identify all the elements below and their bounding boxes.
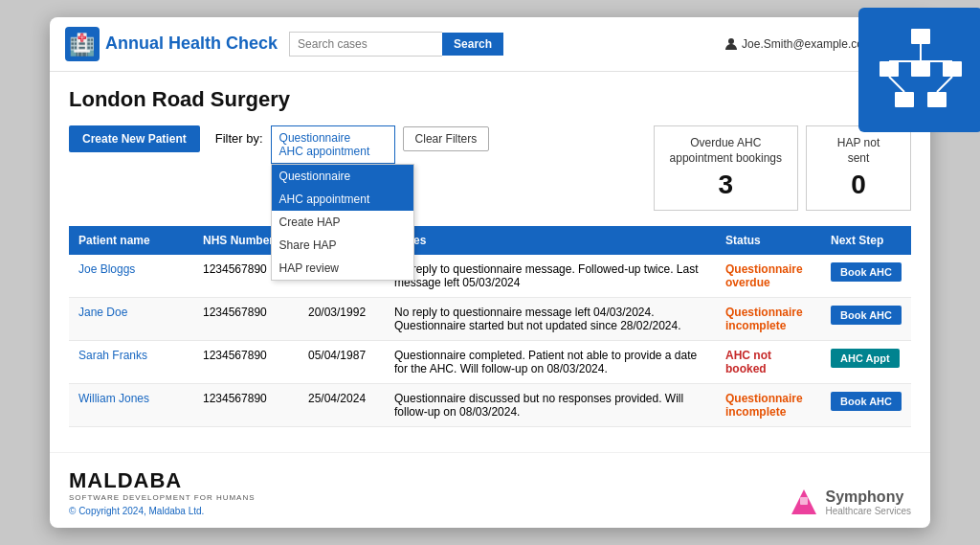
svg-rect-2: [911, 61, 930, 77]
filter-dropdown[interactable]: Questionnaire AHC appointment Questionna…: [271, 125, 395, 164]
user-email: Joe.Smith@example.com: [742, 37, 873, 51]
status-cell: AHC not booked: [716, 341, 821, 384]
symphony-text: Symphony Healthcare Services: [826, 488, 911, 516]
stat-hap-value: 0: [822, 170, 895, 200]
action-button[interactable]: AHC Appt: [831, 349, 900, 368]
filter-area: Filter by: Questionnaire AHC appointment…: [215, 125, 490, 164]
patient-link[interactable]: Sarah Franks: [78, 349, 147, 362]
filter-label: Filter by:: [215, 125, 263, 146]
create-patient-button[interactable]: Create New Patient: [69, 125, 200, 152]
table-header-row: Patient name NHS Number DofB Notes Statu…: [69, 226, 911, 255]
status-badge: AHC not booked: [725, 349, 771, 375]
nhs-number-cell: 1234567890: [193, 298, 299, 341]
stats-area: Overdue AHCappointment bookings 3 HAP no…: [654, 125, 911, 211]
action-cell: Book AHC: [821, 255, 911, 298]
dob-cell: 25/04/2024: [299, 384, 385, 427]
nhs-number-cell: 1234567890: [193, 341, 299, 384]
stat-card-overdue: Overdue AHCappointment bookings 3: [654, 125, 798, 211]
table-row: William Jones 1234567890 25/04/2024 Ques…: [69, 384, 911, 427]
symphony-name: Symphony: [826, 488, 911, 506]
svg-point-13: [728, 38, 734, 44]
notes-cell: Questionnaire discussed but no responses…: [385, 384, 716, 427]
symphony-icon: [790, 488, 818, 516]
patient-link[interactable]: Joe Bloggs: [78, 262, 135, 276]
app-header: 🏥 Annual Health Check Search Joe.Smith@e…: [50, 17, 930, 72]
notes-cell: No reply to questionnaire message. Follo…: [385, 255, 716, 298]
logo-icon: 🏥: [65, 27, 100, 61]
stat-hap-label: HAP notsent: [822, 136, 895, 166]
patient-name-cell: Jane Doe: [69, 298, 193, 341]
svg-rect-15: [800, 497, 808, 505]
stat-card-hap: HAP notsent 0: [806, 125, 911, 211]
action-button[interactable]: Book AHC: [831, 262, 902, 282]
patient-name-cell: William Jones: [69, 384, 193, 427]
maldaba-logo: MALDABA: [69, 468, 256, 493]
patient-name-cell: Sarah Franks: [69, 341, 193, 384]
app-title: Annual Health Check: [105, 34, 278, 54]
svg-line-10: [937, 77, 952, 92]
status-cell: Questionnaire incomplete: [716, 384, 821, 427]
table-row: Sarah Franks 1234567890 05/04/1987 Quest…: [69, 341, 911, 384]
stat-overdue-value: 3: [670, 170, 782, 200]
filter-option-create-hap[interactable]: Create HAP: [272, 211, 413, 234]
logo-area: 🏥 Annual Health Check: [65, 27, 278, 61]
nhs-number-cell: 1234567890: [193, 384, 299, 427]
page-title: London Road Surgery: [69, 87, 911, 112]
toolbar-row: Create New Patient Filter by: Questionna…: [69, 125, 911, 211]
svg-text:🏥: 🏥: [69, 32, 96, 57]
stat-overdue-label: Overdue AHCappointment bookings: [670, 136, 782, 166]
status-badge: Questionnaire overdue: [725, 262, 803, 289]
status-cell: Questionnaire incomplete: [716, 298, 821, 341]
status-badge: Questionnaire incomplete: [725, 392, 803, 419]
patients-table: Patient name NHS Number DofB Notes Statu…: [69, 226, 911, 427]
filter-option-ahc[interactable]: AHC appointment: [272, 188, 413, 211]
col-header-status: Status: [716, 226, 821, 255]
dob-cell: 05/04/1987: [299, 341, 385, 384]
footer: MALDABA SOFTWARE DEVELOPMENT FOR HUMANS …: [50, 452, 930, 528]
filter-dropdown-menu: Questionnaire AHC appointment Create HAP…: [271, 164, 414, 281]
clear-filters-button[interactable]: Clear Filters: [403, 126, 490, 151]
notes-cell: No reply to questionnaire message left 0…: [385, 298, 716, 341]
col-header-nextstep: Next Step: [821, 226, 911, 255]
notes-cell: Questionnaire completed. Patient not abl…: [385, 341, 716, 384]
dob-cell: 20/03/1992: [299, 298, 385, 341]
table-row: Joe Bloggs 1234567890 10/03/1978 No repl…: [69, 255, 911, 298]
patient-name-cell: Joe Bloggs: [69, 255, 193, 298]
action-cell: Book AHC: [821, 384, 911, 427]
action-button[interactable]: Book AHC: [831, 392, 902, 411]
action-cell: AHC Appt: [821, 341, 911, 384]
user-icon: [724, 37, 738, 51]
search-button[interactable]: Search: [442, 33, 503, 56]
filter-option-share-hap[interactable]: Share HAP: [272, 234, 413, 257]
symphony-area: Symphony Healthcare Services: [790, 488, 911, 516]
action-button[interactable]: Book AHC: [831, 306, 902, 325]
patient-link[interactable]: Jane Doe: [78, 306, 127, 319]
filter-dropdown-selected[interactable]: Questionnaire AHC appointment: [271, 125, 395, 164]
footer-brand: MALDABA SOFTWARE DEVELOPMENT FOR HUMANS …: [69, 468, 256, 516]
symphony-sub: Healthcare Services: [826, 506, 911, 516]
col-header-patient: Patient name: [69, 226, 193, 255]
decorative-diagram: [858, 8, 980, 132]
filter-option-hap-review[interactable]: HAP review: [272, 257, 413, 280]
search-input[interactable]: [289, 32, 442, 57]
svg-line-9: [889, 77, 904, 92]
svg-rect-4: [895, 92, 914, 107]
action-cell: Book AHC: [821, 298, 911, 341]
col-header-notes: Notes: [385, 226, 716, 255]
svg-rect-0: [911, 29, 930, 44]
filter-option-questionnaire[interactable]: Questionnaire: [272, 165, 413, 188]
search-area: Search: [289, 32, 503, 57]
svg-rect-1: [880, 61, 899, 77]
copyright-text: © Copyright 2024, Maldaba Ltd.: [69, 506, 256, 516]
status-cell: Questionnaire overdue: [716, 255, 821, 298]
status-badge: Questionnaire incomplete: [725, 306, 803, 332]
svg-rect-3: [943, 61, 962, 77]
patient-link[interactable]: William Jones: [78, 392, 149, 405]
table-row: Jane Doe 1234567890 20/03/1992 No reply …: [69, 298, 911, 341]
maldaba-sub: SOFTWARE DEVELOPMENT FOR HUMANS: [69, 493, 256, 502]
svg-rect-5: [927, 92, 947, 107]
main-content: London Road Surgery Create New Patient F…: [50, 72, 930, 443]
